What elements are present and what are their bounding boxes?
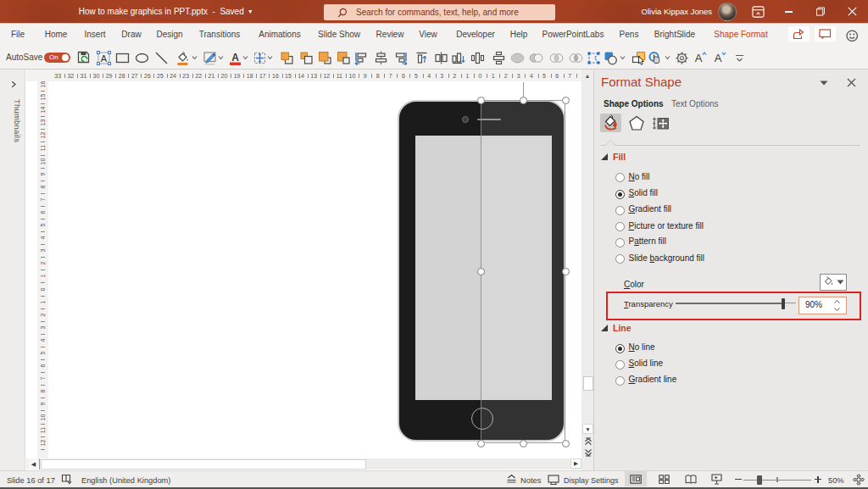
svg-text:A: A [695,52,703,64]
svg-text:A: A [100,53,107,63]
svg-text:A: A [231,51,239,63]
svg-text:A: A [715,52,722,64]
